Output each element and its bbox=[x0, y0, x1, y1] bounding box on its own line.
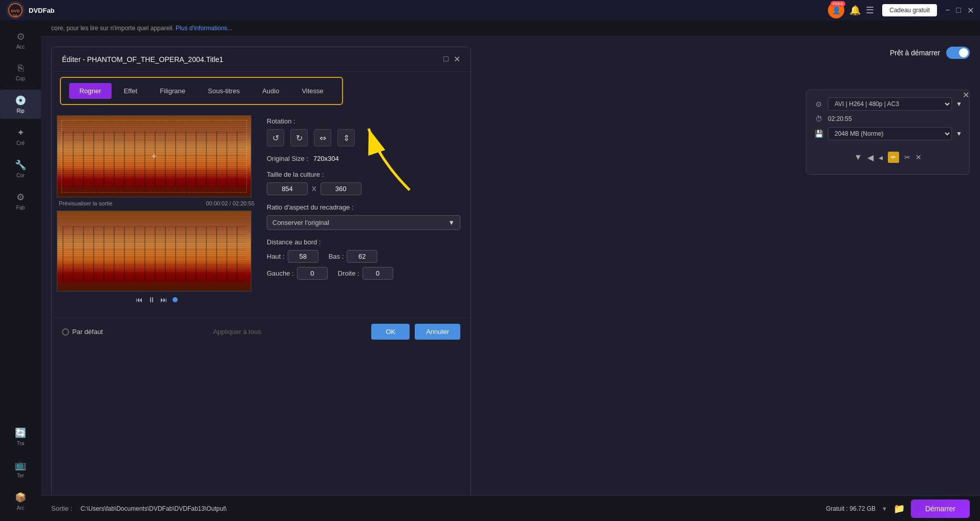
gauche-input[interactable] bbox=[297, 267, 328, 280]
bottom-right: Gratuit : 96.72 GB ▼ 📁 Démarrer bbox=[826, 499, 970, 518]
main-content: Éditer - PHANTOM_OF_THE_OPERA_2004.Title… bbox=[41, 36, 980, 521]
bas-input[interactable] bbox=[347, 250, 377, 263]
sidebar-item-acc[interactable]: ⊙ Acc bbox=[0, 26, 41, 55]
ok-button[interactable]: OK bbox=[371, 324, 410, 340]
close-icon[interactable]: ✕ bbox=[967, 6, 974, 15]
size-icon: 💾 bbox=[814, 130, 824, 138]
free-space-chevron-icon: ▼ bbox=[882, 506, 887, 512]
droite-input[interactable] bbox=[363, 267, 393, 280]
rotate-ccw-button[interactable]: ↺ bbox=[267, 129, 284, 147]
crop-size-row: X bbox=[267, 182, 460, 195]
tab-sous-titres[interactable]: Sous-titres bbox=[198, 83, 250, 99]
flip-horizontal-button[interactable]: ⇔ bbox=[314, 129, 331, 147]
sidebar-item-cop[interactable]: ⎘ Cop bbox=[0, 58, 41, 87]
notification-badge: FREE bbox=[830, 1, 845, 7]
rotate-cw-button[interactable]: ↻ bbox=[290, 129, 308, 147]
crop-separator: X bbox=[312, 185, 316, 193]
minimize-icon[interactable]: − bbox=[945, 6, 950, 15]
output-duration-row: ⏱ 02:20:55 bbox=[814, 115, 962, 123]
pause-button[interactable]: ⏸ bbox=[148, 296, 155, 304]
dialog-title: Éditer - PHANTOM_OF_THE_OPERA_2004.Title… bbox=[62, 55, 223, 64]
border-section: Distance au bord : Haut : Bas : bbox=[267, 238, 460, 280]
bottom-bar: Sortie : C:\Users\fab\Documents\DVDFab\D… bbox=[41, 495, 980, 521]
format-icon: ⊙ bbox=[814, 100, 824, 108]
app-name: DVDFab bbox=[29, 7, 55, 14]
titlebar-left: DVD Fab DVDFab bbox=[6, 1, 55, 19]
media-edit-button[interactable]: ✏ bbox=[888, 152, 899, 163]
notifications-icon[interactable]: 🔔 bbox=[849, 5, 861, 16]
free-space-label: Gratuit : 96.72 GB bbox=[826, 505, 876, 512]
sidebar-item-fab[interactable]: ⚙ Fab bbox=[0, 186, 41, 216]
ready-toggle[interactable] bbox=[946, 47, 970, 59]
start-button[interactable]: Démarrer bbox=[911, 499, 970, 518]
app-logo: DVD Fab bbox=[6, 1, 25, 19]
tab-audio[interactable]: Audio bbox=[252, 83, 289, 99]
editor-dialog: Éditer - PHANTOM_OF_THE_OPERA_2004.Title… bbox=[51, 47, 471, 511]
crop-width-input[interactable] bbox=[267, 182, 308, 195]
video-preview-top: + bbox=[57, 115, 251, 197]
dialog-close-icon[interactable]: ✕ bbox=[454, 54, 460, 64]
dialog-footer: Par défaut Appliquer à tous OK Annuler bbox=[52, 317, 471, 346]
flip-vertical-button[interactable]: ⇕ bbox=[337, 129, 355, 147]
maximize-icon[interactable]: □ bbox=[956, 6, 961, 15]
tab-rogner[interactable]: Rogner bbox=[69, 83, 112, 99]
footer-left: Par défaut bbox=[62, 328, 103, 336]
original-size-section: Original Size : 720x304 bbox=[267, 155, 460, 162]
info-bar: core, pour les lire sur n'importe quel a… bbox=[41, 20, 980, 36]
skip-back-button[interactable]: ⏮ bbox=[136, 296, 143, 304]
sidebar-item-tra[interactable]: 🔄 Tra bbox=[0, 422, 41, 451]
aspect-dropdown[interactable]: Conserver l'original ▼ bbox=[267, 215, 460, 230]
sidebar-label-fab: Fab bbox=[16, 205, 25, 211]
dialog-maximize-icon[interactable]: □ bbox=[443, 54, 449, 64]
tab-effet[interactable]: Effet bbox=[114, 83, 148, 99]
media-close-button[interactable]: ✕ bbox=[915, 153, 922, 161]
cadeau-button[interactable]: Cadeau gratuit bbox=[882, 4, 937, 16]
appliquer-a-tous-button[interactable]: Appliquer à tous bbox=[213, 328, 261, 336]
format-dropdown[interactable]: AVI | H264 | 480p | AC3 bbox=[828, 97, 952, 111]
border-droite-field: Droite : bbox=[338, 267, 393, 280]
sidebar-item-arc[interactable]: 📦 Arc bbox=[0, 487, 41, 516]
media-prev-button[interactable]: ◀ bbox=[867, 153, 874, 162]
sidebar-label-rip: Rip bbox=[16, 108, 24, 114]
sortie-label: Sortie : bbox=[51, 505, 72, 512]
sidebar-label-cor: Cor bbox=[16, 173, 25, 178]
folder-icon[interactable]: 📁 bbox=[893, 503, 905, 514]
playback-controls: ⏮ ⏸ ⏭ bbox=[57, 291, 257, 308]
gauche-label: Gauche : bbox=[267, 269, 294, 277]
sidebar-item-cre[interactable]: ✦ Cré bbox=[0, 122, 41, 151]
tab-vitesse[interactable]: Vitesse bbox=[291, 83, 333, 99]
output-close-icon[interactable]: ✕ bbox=[963, 90, 969, 100]
sidebar-label-acc: Acc bbox=[16, 44, 25, 50]
sidebar-item-cor[interactable]: 🔧 Cor bbox=[0, 154, 41, 183]
sidebar-item-ter[interactable]: 📺 Ter bbox=[0, 454, 41, 484]
border-label: Distance au bord : bbox=[267, 238, 460, 246]
svg-text:Fab: Fab bbox=[13, 14, 18, 17]
info-link[interactable]: Plus d'informations... bbox=[176, 25, 232, 32]
duration-icon: ⏱ bbox=[814, 115, 824, 123]
crop-height-input[interactable] bbox=[321, 182, 361, 195]
main-layout: ⊙ Acc ⎘ Cop 💿 Rip ✦ Cré 🔧 Cor ⚙ Fab 🔄 Tr… bbox=[0, 20, 980, 521]
par-defaut-label: Par défaut bbox=[72, 328, 103, 336]
haut-input[interactable] bbox=[288, 250, 318, 263]
titlebar-right: 👤 FREE 🔔 ☰ Cadeau gratuit − □ ✕ bbox=[828, 2, 974, 18]
cop-icon: ⎘ bbox=[18, 63, 24, 74]
titlebar: DVD Fab DVDFab 👤 FREE 🔔 ☰ Cadeau gratuit… bbox=[0, 0, 980, 20]
rotation-label: Rotation : bbox=[267, 117, 460, 125]
media-rewind-button[interactable]: ◂ bbox=[879, 153, 883, 162]
menu-icon[interactable]: ☰ bbox=[866, 5, 874, 16]
media-scissors-button[interactable]: ✂ bbox=[904, 153, 910, 161]
media-controls: ▼ ◀ ◂ ✏ ✂ ✕ bbox=[814, 148, 962, 167]
tab-filigrane[interactable]: Filigrane bbox=[150, 83, 196, 99]
duration-value: 02:20:55 bbox=[828, 115, 852, 122]
skip-forward-button[interactable]: ⏭ bbox=[160, 296, 167, 304]
media-dropdown-button[interactable]: ▼ bbox=[854, 153, 862, 162]
size-dropdown[interactable]: 2048 MB (Norme) bbox=[828, 127, 952, 140]
progress-indicator bbox=[173, 297, 178, 302]
par-defaut-radio[interactable] bbox=[62, 328, 69, 336]
info-text: core, pour les lire sur n'importe quel a… bbox=[51, 25, 174, 32]
annuler-button[interactable]: Annuler bbox=[415, 324, 460, 340]
film-texture-bottom bbox=[57, 211, 251, 291]
bas-label: Bas : bbox=[329, 253, 344, 260]
border-gauche-field: Gauche : bbox=[267, 267, 328, 280]
sidebar-item-rip[interactable]: 💿 Rip bbox=[0, 90, 41, 119]
